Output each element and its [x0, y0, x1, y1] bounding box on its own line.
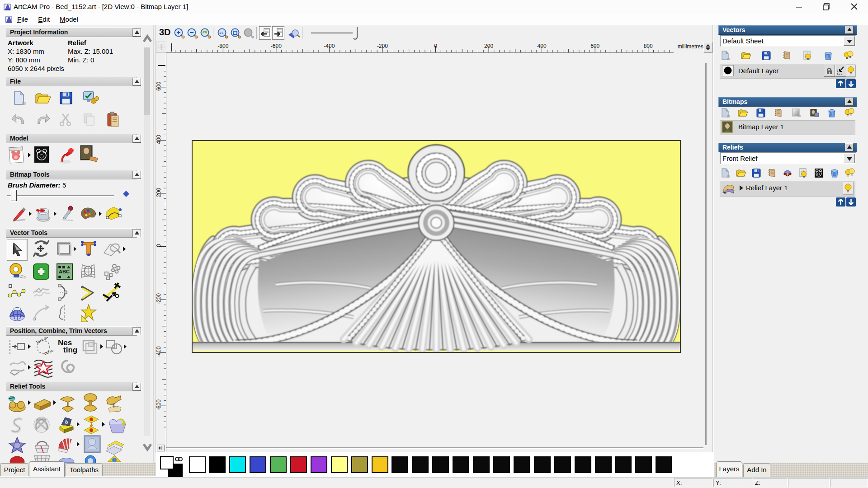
svg-text:400: 400	[156, 135, 162, 144]
svg-text:ting: ting	[63, 346, 77, 354]
svg-text:-600: -600	[271, 43, 282, 49]
svg-text:-200: -200	[377, 43, 388, 49]
svg-text:ABC: ABC	[59, 269, 70, 274]
svg-text:Text on: Text on	[35, 337, 49, 345]
svg-text:-400: -400	[156, 346, 162, 357]
svg-text:-200: -200	[156, 293, 162, 304]
svg-text:+: +	[722, 189, 726, 195]
svg-text:200: 200	[484, 43, 493, 49]
svg-text:curve: curve	[43, 348, 53, 356]
svg-text:600: 600	[590, 43, 599, 49]
svg-text:200: 200	[156, 188, 162, 197]
svg-text:0: 0	[434, 43, 437, 49]
svg-text:1:1: 1:1	[219, 31, 224, 34]
svg-text:-600: -600	[156, 399, 162, 410]
svg-text:-400: -400	[324, 43, 335, 49]
svg-text:400: 400	[538, 43, 547, 49]
svg-text:600: 600	[156, 81, 162, 90]
svg-text:800: 800	[644, 43, 653, 49]
svg-text:-800: -800	[217, 43, 228, 49]
svg-text:0: 0	[156, 244, 162, 247]
